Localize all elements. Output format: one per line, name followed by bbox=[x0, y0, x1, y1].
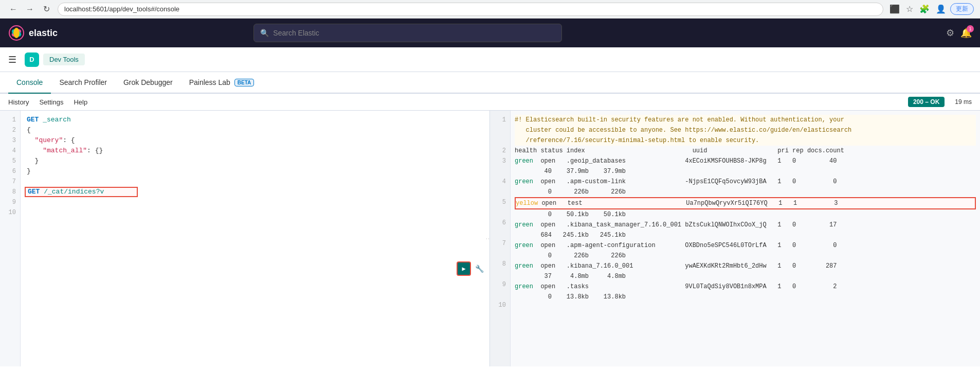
output-line-6-sub: 684 245.1kb 245.1kb bbox=[515, 230, 976, 240]
output-content: #! Elasticsearch built-in security featu… bbox=[511, 111, 980, 366]
console-toolbar: History Settings Help 200 – OK 19 ms bbox=[0, 94, 980, 111]
elastic-logo[interactable]: elastic bbox=[8, 25, 58, 41]
output-warning-cont2: /reference/7.16/security-minimal-setup.h… bbox=[515, 135, 976, 146]
tab-console[interactable]: Console bbox=[8, 72, 51, 94]
time-badge: 19 ms bbox=[955, 98, 972, 106]
logo-text: elastic bbox=[29, 28, 58, 39]
status-badge: 200 – OK bbox=[908, 97, 945, 107]
breadcrumb[interactable]: Dev Tools bbox=[43, 54, 85, 65]
svg-point-3 bbox=[13, 28, 20, 38]
elastic-logo-icon bbox=[8, 25, 25, 41]
settings-button[interactable]: Settings bbox=[39, 98, 63, 106]
main-content: 1 2 3 4 5 6 7 8 9 10 GET _search { "q bbox=[0, 111, 980, 366]
history-button[interactable]: History bbox=[8, 98, 29, 106]
output-line-8: green open .kibana_7.16.0_001 ywAEXKdKRt… bbox=[515, 261, 976, 271]
code-line-8[interactable]: GET /_cat/indices?v bbox=[25, 187, 138, 197]
output-line-3: green open .geoip_databases 4xECoiKMSFOU… bbox=[515, 156, 976, 166]
output-line-3-sub: 40 37.9mb 37.9mb bbox=[515, 166, 976, 177]
code-line-6: } bbox=[25, 166, 489, 177]
tab-painless-lab[interactable]: Painless Lab BETA bbox=[181, 72, 263, 94]
extension-icon[interactable]: 🧩 bbox=[917, 2, 932, 16]
code-area[interactable]: GET _search { "query": { "match_all": {}… bbox=[21, 111, 489, 366]
global-search-bar[interactable]: 🔍 Search Elastic bbox=[253, 24, 562, 42]
output-line-4: green open .apm-custom-link -NjpsE1CQFq5… bbox=[515, 177, 976, 187]
output-line-7-sub: 0 226b 226b bbox=[515, 251, 976, 261]
code-line-3: "query": { bbox=[25, 135, 489, 146]
beta-badge: BETA bbox=[234, 79, 254, 86]
output-line-6: green open .kibana_task_manager_7.16.0_0… bbox=[515, 220, 976, 230]
reload-button[interactable]: ↻ bbox=[39, 2, 53, 16]
url-text: localhost:5601/app/dev_tools#/console bbox=[64, 5, 179, 13]
output-line-9: green open .tasks 9VL0TaQdSiy8VOB1n8xMPA… bbox=[515, 282, 976, 292]
search-icon: 🔍 bbox=[260, 29, 269, 37]
run-button[interactable]: ▶ bbox=[457, 261, 471, 276]
output-panel: 1 2 3 4 5 6 7 8 9 10 #! Elasticsearch bu… bbox=[490, 111, 980, 366]
tabs-bar: Console Search Profiler Grok Debugger Pa… bbox=[0, 72, 980, 94]
update-button[interactable]: 更新 bbox=[950, 3, 974, 15]
resize-icon: ⋮ bbox=[485, 236, 491, 241]
code-line-5: } bbox=[25, 156, 489, 166]
line-numbers: 1 2 3 4 5 6 7 8 9 10 bbox=[0, 111, 21, 366]
code-line-10 bbox=[25, 207, 489, 218]
editor-panel: 1 2 3 4 5 6 7 8 9 10 GET _search { "q bbox=[0, 111, 490, 366]
bookmark-icon[interactable]: ☆ bbox=[904, 2, 915, 16]
output-line-5: yellow open test Ua7npQbwQryvXr5iQI76YQ … bbox=[515, 197, 976, 209]
code-line-9 bbox=[25, 197, 489, 207]
hamburger-menu[interactable]: ☰ bbox=[8, 54, 16, 65]
output-line-10 bbox=[515, 302, 976, 312]
resize-handle[interactable]: ⋮ bbox=[486, 111, 489, 366]
settings-icon[interactable]: ⚙ bbox=[946, 27, 954, 39]
output-warning-line: #! Elasticsearch built-in security featu… bbox=[515, 115, 976, 125]
nav-bar: ☰ D Dev Tools bbox=[0, 47, 980, 72]
browser-bar: ← → ↻ localhost:5601/app/dev_tools#/cons… bbox=[0, 0, 980, 19]
tab-grok-debugger[interactable]: Grok Debugger bbox=[115, 72, 181, 94]
output-line-9-sub: 0 13.8kb 13.8kb bbox=[515, 292, 976, 302]
output-warning-cont1: cluster could be accessible to anyone. S… bbox=[515, 125, 976, 135]
forward-button[interactable]: → bbox=[23, 2, 37, 16]
output-line-8-sub: 37 4.8mb 4.8mb bbox=[515, 271, 976, 282]
code-line-7 bbox=[25, 177, 489, 187]
wrench-button[interactable]: 🔧 bbox=[472, 261, 486, 276]
output-line-7: green open .apm-agent-configuration OXBD… bbox=[515, 240, 976, 251]
browser-navigation[interactable]: ← → ↻ bbox=[6, 2, 53, 16]
app-header: elastic 🔍 Search Elastic ⚙ 🔔1 bbox=[0, 19, 980, 47]
browser-actions: ⬛ ☆ 🧩 👤 更新 bbox=[887, 2, 974, 16]
search-placeholder: Search Elastic bbox=[273, 29, 319, 37]
header-right-actions: ⚙ 🔔1 bbox=[946, 27, 972, 39]
user-badge[interactable]: D bbox=[25, 52, 39, 67]
tab-search-profiler[interactable]: Search Profiler bbox=[51, 72, 115, 94]
code-line-4: "match_all": {} bbox=[25, 146, 489, 156]
output-line-4-sub: 0 226b 226b bbox=[515, 187, 976, 197]
address-bar[interactable]: localhost:5601/app/dev_tools#/console bbox=[58, 3, 883, 16]
output-line-numbers: 1 2 3 4 5 6 7 8 9 10 bbox=[490, 111, 511, 366]
output-line-5-sub: 0 50.1kb 50.1kb bbox=[515, 209, 976, 220]
back-button[interactable]: ← bbox=[6, 2, 21, 16]
notifications-icon[interactable]: 🔔1 bbox=[960, 27, 972, 39]
cast-icon[interactable]: ⬛ bbox=[887, 2, 902, 16]
editor-lines: 1 2 3 4 5 6 7 8 9 10 GET _search { "q bbox=[0, 111, 489, 366]
help-button[interactable]: Help bbox=[74, 98, 87, 106]
code-line-1: GET _search bbox=[25, 115, 489, 125]
code-line-2: { bbox=[25, 125, 489, 135]
output-line-2: health status index uuid pri rep docs.co… bbox=[515, 146, 976, 156]
profile-icon[interactable]: 👤 bbox=[934, 2, 948, 16]
